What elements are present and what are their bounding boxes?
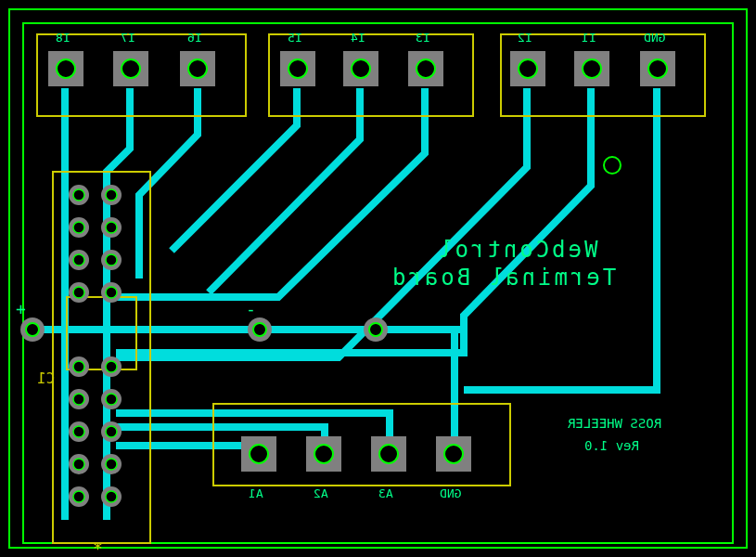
- pcb-svg: [0, 0, 756, 557]
- svg-point-49: [73, 361, 84, 372]
- polarity-minus: -: [246, 299, 256, 318]
- cap-label: C1: [37, 369, 55, 387]
- author: ROSS WHEELER: [568, 416, 661, 431]
- svg-point-33: [73, 189, 84, 201]
- svg-point-37: [73, 222, 84, 233]
- svg-point-59: [106, 426, 117, 437]
- label-gnd-bottom: GND: [440, 486, 461, 500]
- svg-point-31: [444, 445, 463, 463]
- svg-point-21: [583, 59, 601, 78]
- header-pads: [69, 185, 122, 507]
- svg-point-73: [369, 323, 382, 336]
- label-i2: I2: [518, 31, 532, 45]
- revision: Rev 1.0: [584, 438, 639, 453]
- svg-point-74: [604, 157, 621, 174]
- svg-point-69: [26, 323, 39, 336]
- svg-point-65: [73, 491, 84, 502]
- svg-point-29: [379, 445, 398, 463]
- label-i6: I6: [187, 31, 202, 45]
- svg-point-67: [106, 491, 117, 502]
- svg-point-35: [106, 189, 117, 201]
- svg-point-9: [122, 59, 140, 78]
- svg-point-25: [250, 445, 268, 463]
- title-line2: Terminal Board: [390, 265, 616, 291]
- svg-point-7: [57, 59, 75, 78]
- svg-point-45: [73, 287, 84, 298]
- svg-point-41: [73, 254, 84, 266]
- svg-point-27: [314, 445, 333, 463]
- pcb-board: I8 I7 I6 I5 I4 I3 I2 I1 GND A1 A2 A3 GND…: [0, 0, 756, 557]
- polarity-plus: +: [16, 299, 26, 318]
- star-label: *: [93, 538, 103, 557]
- svg-point-43: [106, 254, 117, 266]
- svg-point-15: [352, 59, 370, 78]
- label-i7: I7: [121, 31, 135, 45]
- title-line1: WebControl: [436, 237, 598, 263]
- label-i8: I8: [56, 31, 70, 45]
- label-i5: I5: [288, 31, 302, 45]
- svg-point-13: [288, 59, 307, 78]
- svg-point-51: [106, 361, 117, 372]
- svg-point-63: [106, 459, 117, 470]
- label-a1: A1: [249, 486, 263, 500]
- label-i1: I1: [582, 31, 596, 45]
- svg-point-57: [73, 426, 84, 437]
- svg-point-71: [253, 323, 266, 336]
- label-a3: A3: [378, 486, 393, 500]
- label-gnd-top: GND: [644, 31, 665, 45]
- svg-point-53: [73, 394, 84, 405]
- svg-point-39: [106, 222, 117, 233]
- svg-point-47: [106, 287, 117, 298]
- svg-point-17: [416, 59, 435, 78]
- label-i3: I3: [416, 31, 430, 45]
- label-a2: A2: [314, 486, 328, 500]
- svg-point-23: [648, 59, 667, 78]
- svg-point-11: [188, 59, 207, 78]
- svg-point-61: [73, 459, 84, 470]
- label-i4: I4: [351, 31, 365, 45]
- traces: [28, 88, 657, 520]
- svg-point-19: [519, 59, 537, 78]
- svg-point-55: [106, 394, 117, 405]
